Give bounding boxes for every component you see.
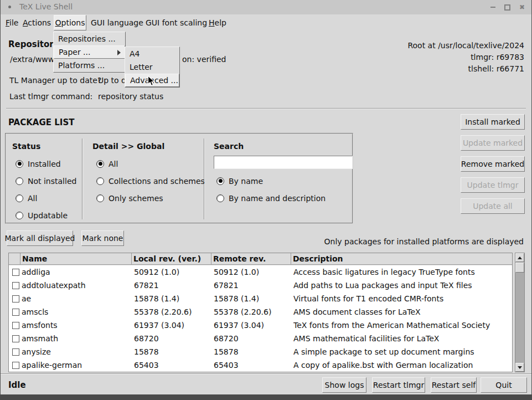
cell-description: Access basic ligatures in legacy TrueTyp…: [293, 265, 510, 279]
cell-remote-rev: 65403: [214, 358, 291, 372]
desktop-strip: [0, 394, 532, 400]
tl-manager-uptodate-label: TL Manager up to date?: [9, 76, 101, 85]
quit-button[interactable]: Quit: [481, 377, 527, 393]
table-row-ae[interactable]: ae 15878 (1.4) 15878 (1.4) Virtual fonts…: [9, 292, 512, 305]
show-logs-button[interactable]: Show logs: [322, 377, 366, 393]
radio-label: By name and description: [229, 194, 326, 203]
repository-heading: Repository: [8, 39, 59, 49]
update-all-button[interactable]: Update all: [461, 198, 525, 214]
radio-label: Only schemes: [109, 194, 163, 203]
menu-actions[interactable]: Actions: [19, 14, 55, 31]
cell-local-rev: 67821: [134, 279, 211, 292]
scroll-down-button[interactable]: [515, 363, 524, 372]
scrollbar-thumb[interactable]: [515, 263, 524, 273]
radio-detail-all[interactable]: All: [96, 159, 118, 168]
mark-none-button[interactable]: Mark none: [81, 230, 124, 246]
package-list-heading: PACKAGE LIST: [8, 117, 74, 127]
row-checkbox[interactable]: [12, 348, 19, 356]
table-row-addtoluatexpath[interactable]: addtoluatexpath 67821 67821 Add paths to…: [9, 279, 512, 292]
cell-name: ae: [22, 292, 130, 305]
radio-collections-schemes[interactable]: Collections and schemes: [96, 176, 205, 186]
menu-item-a4[interactable]: A4: [125, 47, 179, 60]
menu-item-letter[interactable]: Letter: [125, 60, 179, 74]
options-dropdown-menu: Repositories ... Paper ... Platforms ...: [53, 32, 126, 73]
mark-all-displayed-button[interactable]: Mark all displayed: [7, 230, 73, 246]
row-checkbox[interactable]: [12, 269, 19, 276]
cell-remote-rev: 55378 (2.20.6): [214, 305, 291, 319]
radio-by-name[interactable]: By name: [216, 176, 263, 186]
radio-installed[interactable]: Installed: [16, 159, 61, 168]
menu-gui-font-scaling[interactable]: GUI font scaling: [142, 14, 211, 31]
search-group-label: Search: [214, 142, 244, 151]
search-input[interactable]: [214, 156, 353, 169]
column-header-remote[interactable]: Remote rev. (ver.): [211, 253, 291, 265]
minimize-button[interactable]: [488, 3, 497, 12]
column-header-description[interactable]: Description: [291, 253, 512, 265]
cell-local-rev: 68720: [134, 332, 211, 345]
cell-name: amscls: [22, 305, 130, 319]
radio-updatable[interactable]: Updatable: [16, 211, 68, 220]
menu-item-label: Paper ...: [59, 48, 90, 57]
radio-all-status[interactable]: All: [16, 193, 37, 203]
column-header-name[interactable]: Name: [20, 253, 132, 265]
update-tlmgr-button[interactable]: Update tlmgr: [461, 177, 525, 193]
status-text: Idle: [8, 380, 26, 390]
menu-gui-language[interactable]: GUI language: [87, 14, 147, 31]
restart-tlmgr-button[interactable]: Restart tlmgr: [372, 377, 425, 393]
menu-item-paper[interactable]: Paper ...: [54, 45, 125, 59]
cell-remote-rev: 50912 (1.0): [214, 265, 291, 279]
row-checkbox[interactable]: [12, 322, 19, 329]
status-group-label: Status: [12, 142, 40, 151]
table-row-addliga[interactable]: addliga 50912 (1.0) 50912 (1.0) Access b…: [9, 265, 512, 279]
cell-remote-rev: 61937 (3.04): [214, 319, 291, 332]
table-scrollbar[interactable]: [515, 253, 525, 372]
close-button[interactable]: ✖: [518, 3, 526, 12]
cell-description: A simple package to set up document marg…: [293, 345, 510, 358]
column-header-checkbox[interactable]: [9, 253, 20, 265]
tlmgr-revision: tlmgr: r69783: [471, 53, 524, 61]
install-marked-button[interactable]: Install marked: [461, 114, 525, 130]
radio-indicator: [16, 160, 23, 168]
radio-by-name-description[interactable]: By name and description: [216, 193, 326, 203]
row-checkbox[interactable]: [12, 362, 19, 369]
menubar: File Actions Options GUI language GUI fo…: [1, 14, 531, 31]
radio-indicator: [16, 194, 23, 202]
table-row-amscls[interactable]: amscls 55378 (2.20.6) 55378 (2.20.6) AMS…: [9, 305, 512, 319]
radio-label: By name: [229, 177, 263, 186]
cell-description: AMS mathematical facilities for LaTeX: [293, 332, 510, 345]
row-checkbox[interactable]: [12, 295, 19, 302]
radio-label: Collections and schemes: [109, 177, 205, 186]
radio-not-installed[interactable]: Not installed: [16, 176, 76, 186]
cell-local-rev: 15878: [134, 345, 211, 358]
radio-label: Not installed: [28, 177, 76, 186]
table-row-anysize[interactable]: anysize 15878 15878 A simple package to …: [9, 345, 512, 358]
radio-label: Installed: [28, 160, 61, 168]
verification-status: on: verified: [182, 55, 226, 64]
table-row-apalike-german[interactable]: apalike-german 65403 65403 A copy of apa…: [9, 358, 512, 372]
cell-description: Virtual fonts for T1 encoded CMR-fonts: [293, 292, 510, 305]
menu-item-platforms[interactable]: Platforms ...: [54, 59, 125, 72]
cell-name: addliga: [22, 265, 130, 279]
cell-name: amsmath: [22, 332, 130, 345]
radio-label: All: [28, 194, 37, 203]
radio-only-schemes[interactable]: Only schemes: [96, 193, 163, 203]
menu-item-repositories[interactable]: Repositories ...: [54, 32, 125, 45]
row-checkbox[interactable]: [12, 309, 19, 316]
platforms-note: Only packages for installed platforms ar…: [324, 237, 524, 246]
column-header-local[interactable]: Local rev. (ver.): [132, 253, 211, 265]
maximize-button[interactable]: [503, 3, 512, 12]
remove-marked-button[interactable]: Remove marked: [461, 156, 525, 172]
update-marked-button[interactable]: Update marked: [461, 135, 525, 151]
cell-local-rev: 55378 (2.20.6): [134, 305, 211, 319]
row-checkbox[interactable]: [12, 335, 19, 342]
menu-options[interactable]: Options: [54, 15, 86, 30]
filter-frame: Status Installed Not installed All Updat…: [5, 133, 353, 224]
table-row-amsmath[interactable]: amsmath 68720 68720 AMS mathematical fac…: [9, 332, 512, 345]
scroll-up-button[interactable]: [515, 253, 524, 262]
table-row-amsfonts[interactable]: amsfonts 61937 (3.04) 61937 (3.04) TeX f…: [9, 319, 512, 332]
cell-remote-rev: 67821: [214, 279, 291, 292]
statusbar-separator: [1, 373, 531, 375]
restart-self-button[interactable]: Restart self: [431, 377, 477, 393]
menu-help[interactable]: Help: [205, 14, 230, 31]
row-checkbox[interactable]: [12, 282, 19, 289]
